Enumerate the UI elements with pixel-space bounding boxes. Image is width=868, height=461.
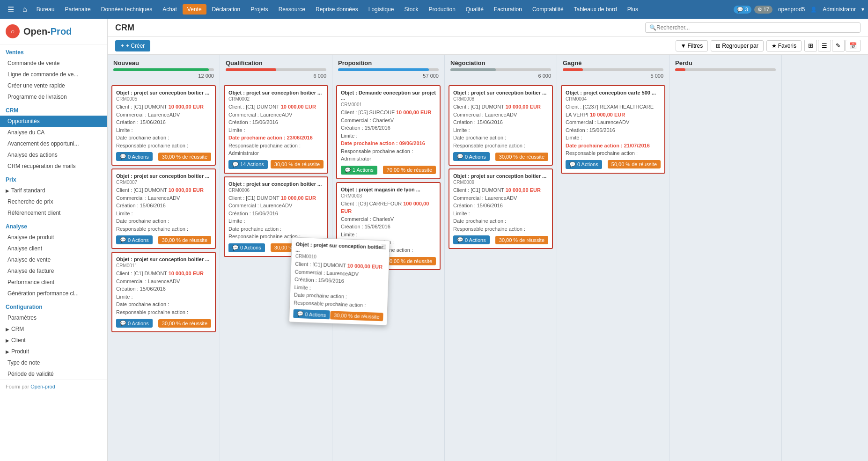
sidebar-item-tarif-standard[interactable]: ▶Tarif standard bbox=[0, 185, 107, 196]
admin-name[interactable]: Administrator bbox=[820, 6, 859, 13]
sidebar-item-client[interactable]: ▶Client bbox=[0, 335, 107, 346]
sidebar-item-analyse-de-vente[interactable]: Analyse de vente bbox=[0, 254, 107, 265]
search-input[interactable] bbox=[656, 24, 856, 31]
kanban-card[interactable]: Objet : projet sur conception boitier ..… bbox=[111, 252, 216, 332]
sidebar-item-recherche-de-prix[interactable]: Recherche de prix bbox=[0, 196, 107, 207]
admin-dropdown-icon[interactable]: ▾ bbox=[861, 6, 864, 13]
group-by-button[interactable]: ⊞ Regrouper par bbox=[711, 40, 763, 51]
success-rate-button[interactable]: 50,00 % de réussite bbox=[383, 257, 436, 265]
sidebar-item-analyse-des-actions[interactable]: Analyse des actions bbox=[0, 149, 107, 161]
nav-item-facturation[interactable]: Facturation bbox=[489, 4, 527, 15]
settings-badge[interactable]: ⚙ 17 bbox=[754, 6, 772, 14]
success-rate-button[interactable]: 30,00 % de réussite bbox=[158, 236, 211, 244]
nav-item-plus[interactable]: Plus bbox=[623, 4, 643, 15]
actions-button[interactable]: 💬 0 Actions bbox=[453, 235, 490, 244]
sidebar-item-référencement-client[interactable]: Référencement client bbox=[0, 207, 107, 219]
kanban-view-icon[interactable]: ⊞ bbox=[804, 40, 817, 51]
kanban-card[interactable]: Objet : projet sur conception boitier ..… bbox=[111, 168, 216, 249]
actions-button[interactable]: 💬 0 Actions bbox=[116, 152, 153, 161]
kanban-card[interactable]: Objet : projet sur conception boitier ..… bbox=[224, 85, 328, 174]
nav-item-qualité[interactable]: Qualité bbox=[461, 4, 488, 15]
success-rate-button[interactable]: 70,00 % de réussite bbox=[383, 166, 436, 174]
kanban-card[interactable]: Objet : projet sur conception boitier ..… bbox=[449, 168, 553, 249]
nav-item-données-techniques[interactable]: Données techniques bbox=[96, 4, 157, 15]
sidebar-item-génération-performance-cl-[interactable]: Génération performance cl... bbox=[0, 288, 107, 299]
nav-item-stock[interactable]: Stock bbox=[399, 4, 423, 15]
actions-button[interactable]: 💬 14 Actions bbox=[228, 160, 268, 169]
sidebar-item-produit[interactable]: ▶Produit bbox=[0, 346, 107, 357]
sidebar-footer: Fourni par Open-prod bbox=[0, 380, 107, 393]
actions-button[interactable]: 💬 0 Actions bbox=[228, 243, 265, 252]
nav-item-bureau[interactable]: Bureau bbox=[32, 4, 59, 15]
calendar-view-icon[interactable]: 📅 bbox=[846, 40, 861, 51]
column-amount: 6 000 bbox=[226, 73, 326, 79]
sidebar-item-période-de-validité[interactable]: Période de validité bbox=[0, 368, 107, 380]
nav-item-comptabilité[interactable]: Comptabilité bbox=[528, 4, 568, 15]
actions-button[interactable]: 💬 1 Actions bbox=[341, 166, 377, 175]
nav-item-achat[interactable]: Achat bbox=[158, 4, 182, 15]
success-rate-button[interactable]: 30,00 % de réussite bbox=[495, 153, 548, 161]
kanban-card[interactable]: Objet : projet sur conception boitier ..… bbox=[111, 85, 216, 166]
column-amount: 57 000 bbox=[338, 73, 439, 79]
nav-item-projets[interactable]: Projets bbox=[246, 4, 272, 15]
open-prod-link[interactable]: Open-prod bbox=[30, 384, 55, 389]
cards-container: Objet : projet sur conception boitier ..… bbox=[445, 83, 557, 461]
sidebar-item-analyse-client[interactable]: Analyse client bbox=[0, 243, 107, 254]
nav-item-partenaire[interactable]: Partenaire bbox=[60, 4, 95, 15]
success-rate-button[interactable]: 30,00 % de réussite bbox=[158, 319, 211, 328]
sidebar-item-type-de-note[interactable]: Type de note bbox=[0, 357, 107, 368]
actions-button[interactable]: 💬 0 Actions bbox=[566, 160, 602, 169]
sidebar-item-performance-client[interactable]: Performance client bbox=[0, 277, 107, 288]
messages-badge[interactable]: 💬 3 bbox=[734, 6, 751, 14]
create-button[interactable]: + + Créer bbox=[115, 40, 150, 51]
cards-container bbox=[669, 76, 781, 461]
kanban-column-nouveau: Nouveau12 000Objet : projet sur concepti… bbox=[108, 55, 220, 461]
list-view-icon[interactable]: ☰ bbox=[818, 40, 831, 51]
sidebar-item-crm[interactable]: ▶CRM bbox=[0, 323, 107, 335]
arrow-icon: ▶ bbox=[6, 327, 9, 332]
sidebar-section-crm: CRM bbox=[0, 102, 107, 116]
success-rate-button[interactable]: 30,00 % de réussite bbox=[158, 153, 211, 161]
nav-item-déclaration[interactable]: Déclaration bbox=[207, 4, 245, 15]
card-client: Client : [C1] DUMONT 10 000,00 EUR bbox=[116, 270, 211, 278]
sidebar-item-opportunités[interactable]: Opportunités bbox=[0, 116, 107, 127]
chat-icon: 💬 bbox=[569, 161, 576, 168]
kanban-card[interactable]: Objet : Demande conception sur projet ..… bbox=[336, 85, 441, 179]
kanban-card[interactable]: Objet : projet conception carte 500 ...C… bbox=[561, 85, 665, 174]
actions-button[interactable]: 💬 0 Actions bbox=[453, 152, 490, 161]
edit-view-icon[interactable]: ✎ bbox=[832, 40, 845, 51]
nav-item-logistique[interactable]: Logistique bbox=[364, 4, 399, 15]
kanban-card[interactable]: Objet : projet sur conception boitier ..… bbox=[449, 85, 553, 166]
actions-button[interactable]: 💬 0 Actions bbox=[116, 319, 153, 328]
card-title: Objet : Demande conception sur projet ..… bbox=[341, 90, 436, 101]
filters-button[interactable]: ▼ Filtres bbox=[676, 40, 708, 51]
nav-item-reprise-données[interactable]: Reprise données bbox=[311, 4, 363, 15]
card-title: Objet : projet sur conception boitier ..… bbox=[453, 90, 548, 95]
favorites-button[interactable]: ★ Favoris bbox=[766, 40, 802, 51]
sidebar-item-analyse-de-produit[interactable]: Analyse de produit bbox=[0, 232, 107, 243]
sidebar-item-commande-de-vente[interactable]: Commande de vente bbox=[0, 58, 107, 69]
success-rate-button[interactable]: 30,00 % de réussite bbox=[330, 311, 383, 321]
actions-button[interactable]: 💬 0 Actions bbox=[116, 235, 153, 244]
nav-item-ressource[interactable]: Ressource bbox=[274, 4, 310, 15]
sidebar-item-analyse-de-facture[interactable]: Analyse de facture bbox=[0, 265, 107, 277]
success-rate-button[interactable]: 50,00 % de réussite bbox=[608, 160, 661, 168]
success-rate-button[interactable]: 30,00 % de réussite bbox=[495, 236, 548, 244]
hamburger-icon[interactable]: ☰ bbox=[4, 3, 18, 16]
nav-item-tableaux-de-bord[interactable]: Tableaux de bord bbox=[569, 4, 622, 15]
success-rate-button[interactable]: 30,00 % de réussite bbox=[271, 160, 324, 168]
sidebar-item-ligne-de-commande-de-ve-[interactable]: Ligne de commande de ve... bbox=[0, 69, 107, 80]
nav-item-vente[interactable]: Vente bbox=[183, 4, 206, 15]
sidebar-item-programme-de-livraison[interactable]: Programme de livraison bbox=[0, 91, 107, 102]
sidebar-item-paramètres[interactable]: Paramètres bbox=[0, 312, 107, 323]
nav-item-production[interactable]: Production bbox=[424, 4, 460, 15]
home-icon[interactable]: ⌂ bbox=[19, 3, 31, 15]
floating-kanban-card[interactable]: Objet : projet sur conception boitier ..… bbox=[289, 237, 390, 325]
card-menu-icon[interactable]: ☰ bbox=[381, 243, 387, 250]
sidebar-item-créer-une-vente-rapide[interactable]: Créer une vente rapide bbox=[0, 80, 107, 91]
sidebar-item-analyse-du-ca[interactable]: Analyse du CA bbox=[0, 127, 107, 138]
actions-button[interactable]: 💬 0 Actions bbox=[293, 309, 330, 320]
sidebar-item-crm-récupération-de-mails[interactable]: CRM récupération de mails bbox=[0, 161, 107, 172]
user-name[interactable]: openprod5 bbox=[775, 6, 808, 13]
sidebar-item-avancement-des-opportuni-[interactable]: Avancement des opportuni... bbox=[0, 138, 107, 149]
